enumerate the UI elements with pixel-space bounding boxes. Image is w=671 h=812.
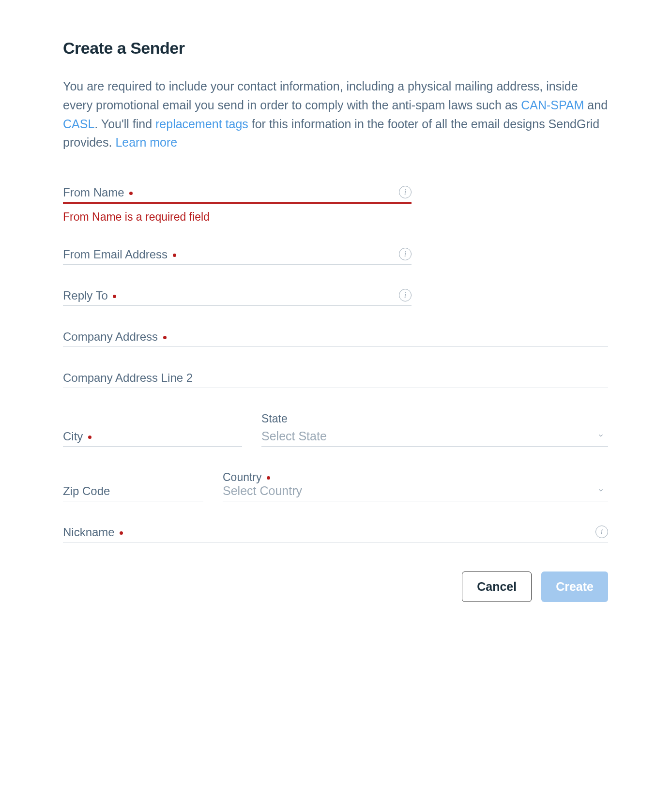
create-button[interactable]: Create (541, 571, 608, 602)
desc-part2: and (584, 98, 608, 112)
chevron-down-icon (597, 432, 604, 439)
casl-link[interactable]: CASL (63, 117, 94, 131)
state-select[interactable]: Select State (261, 429, 608, 447)
button-row: Cancel Create (63, 571, 608, 602)
nickname-field[interactable]: Nickname i (63, 526, 608, 542)
state-col: State Select State (261, 412, 608, 447)
required-indicator (163, 336, 167, 339)
city-col: City (63, 430, 242, 447)
required-indicator (173, 254, 176, 257)
info-icon[interactable]: i (595, 526, 608, 538)
from-name-row: From Name i From Name is a required fiel… (63, 186, 608, 224)
reply-to-field[interactable]: Reply To i (63, 289, 412, 306)
from-name-field[interactable]: From Name i (63, 186, 412, 204)
reply-to-row: Reply To i (63, 289, 608, 306)
info-icon[interactable]: i (399, 248, 412, 260)
company-address-2-row: Company Address Line 2 (63, 371, 608, 388)
zip-country-row: Zip Code Country Select Country (63, 471, 608, 501)
can-spam-link[interactable]: CAN-SPAM (521, 98, 584, 112)
info-icon[interactable]: i (399, 186, 412, 198)
country-col: Country Select Country (223, 471, 608, 501)
from-email-field[interactable]: From Email Address i (63, 248, 412, 265)
from-name-error: From Name is a required field (63, 211, 608, 224)
replacement-tags-link[interactable]: replacement tags (155, 117, 248, 131)
description-text: You are required to include your contact… (63, 77, 608, 152)
city-field[interactable]: City (63, 430, 242, 447)
city-state-row: City State Select State (63, 412, 608, 447)
country-select[interactable]: Select Country (223, 484, 608, 501)
info-icon[interactable]: i (399, 289, 412, 301)
nickname-row: Nickname i (63, 526, 608, 542)
cancel-button[interactable]: Cancel (462, 571, 532, 602)
from-email-row: From Email Address i (63, 248, 608, 265)
zip-field[interactable]: Zip Code (63, 484, 203, 501)
learn-more-link[interactable]: Learn more (115, 135, 177, 149)
chevron-down-icon (597, 487, 604, 494)
company-address-2-field[interactable]: Company Address Line 2 (63, 371, 608, 388)
country-placeholder: Select Country (223, 484, 302, 497)
country-label: Country (223, 471, 262, 483)
zip-col: Zip Code (63, 484, 203, 501)
page-title: Create a Sender (63, 39, 608, 58)
state-label: State (261, 412, 608, 425)
required-indicator (267, 476, 270, 480)
company-address-row: Company Address (63, 330, 608, 347)
desc-part3: . You'll find (94, 117, 155, 131)
state-placeholder: Select State (261, 429, 327, 443)
company-address-field[interactable]: Company Address (63, 330, 608, 347)
desc-part1: You are required to include your contact… (63, 79, 578, 112)
